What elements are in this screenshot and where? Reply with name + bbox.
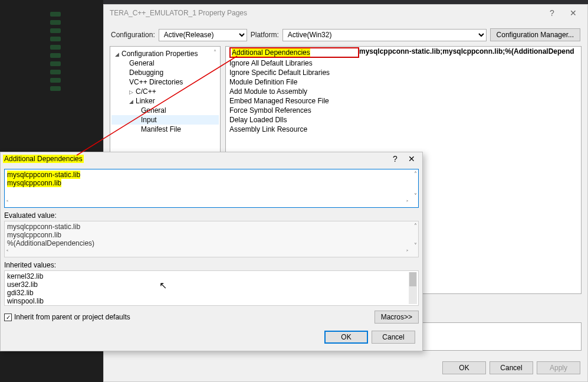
platform-select[interactable]: Active(Win32)	[282, 29, 487, 41]
evaluated-label: Evaluated value:	[4, 211, 419, 220]
editor-title: Additional Dependencies	[3, 155, 84, 163]
help-icon[interactable]: ?	[541, 8, 563, 18]
ok-button[interactable]: OK	[324, 331, 368, 344]
scroll-up-icon[interactable]: ˄	[414, 223, 417, 229]
config-toolbar: Configuration: Active(Release) Platform:…	[104, 21, 587, 46]
grid-row-additional-deps[interactable]: Additional Dependencies mysqlcppconn-sta…	[226, 47, 581, 58]
inherited-values-box: kernel32.lib user32.lib gdi32.lib winspo…	[4, 270, 419, 306]
tree-general[interactable]: General	[111, 58, 219, 68]
tree-linker-manifest[interactable]: Manifest File	[111, 125, 219, 134]
titlebar[interactable]: TERA_C++_EMULATOR_1 Property Pages ? ✕	[104, 5, 587, 21]
scroll-down-icon[interactable]: ˅	[414, 192, 417, 199]
scroll-right-icon[interactable]: ˃	[406, 200, 409, 206]
tree-linker[interactable]: Linker	[111, 96, 219, 106]
tree-debugging[interactable]: Debugging	[111, 68, 219, 77]
tree-root[interactable]: Configuration Properties	[111, 49, 219, 58]
ok-button[interactable]: OK	[442, 361, 486, 374]
tree-linker-input[interactable]: Input	[111, 115, 219, 125]
deps-textarea[interactable]: mysqlcppconn-static.lib mysqlcppconn.lib…	[4, 169, 419, 208]
platform-label: Platform:	[251, 31, 279, 39]
grid-row[interactable]: Ignore All Default Libraries	[226, 58, 581, 68]
grid-row[interactable]: Force Symbol References	[226, 106, 581, 115]
grid-row[interactable]: Module Definition File	[226, 77, 581, 87]
grid-row[interactable]: Embed Managed Resource File	[226, 96, 581, 106]
macros-button[interactable]: Macros>>	[375, 311, 419, 324]
scroll-left-icon[interactable]: ˂	[6, 200, 9, 206]
close-icon[interactable]: ✕	[563, 8, 584, 18]
grid-value: mysqlcppconn-static.lib;mysqlcppconn.lib…	[359, 47, 581, 58]
scrollbar[interactable]	[409, 272, 417, 304]
apply-button: Apply	[537, 361, 580, 374]
tree-scroll-up-icon[interactable]: ˄	[213, 49, 216, 55]
tree-cc[interactable]: C/C++	[111, 87, 219, 96]
grid-key: Additional Dependencies	[232, 48, 310, 57]
grid-row[interactable]: Add Module to Assembly	[226, 87, 581, 96]
grid-row[interactable]: Ignore Specific Default Libraries	[226, 68, 581, 77]
scroll-right-icon[interactable]: ˃	[406, 249, 409, 256]
cancel-button[interactable]: Cancel	[372, 331, 415, 344]
inherit-checkbox-label: Inherit from parent or project defaults	[14, 313, 130, 321]
dialog-title: TERA_C++_EMULATOR_1 Property Pages	[110, 9, 247, 17]
config-manager-button[interactable]: Configuration Manager...	[490, 28, 580, 41]
grid-row[interactable]: Assembly Link Resource	[226, 125, 581, 134]
scroll-left-icon[interactable]: ˂	[6, 249, 9, 256]
cancel-button[interactable]: Cancel	[490, 361, 533, 374]
configuration-label: Configuration:	[111, 31, 155, 39]
additional-deps-editor-dialog: Additional Dependencies ? ✕ mysqlcppconn…	[0, 152, 423, 351]
help-icon[interactable]: ?	[387, 154, 403, 164]
grid-row[interactable]: Delay Loaded Dlls	[226, 115, 581, 125]
editor-titlebar[interactable]: Additional Dependencies ? ✕	[1, 152, 422, 165]
inherited-label: Inherited values:	[4, 261, 419, 269]
tree-linker-general[interactable]: General	[111, 106, 219, 115]
configuration-select[interactable]: Active(Release)	[159, 29, 247, 41]
evaluated-value-box: mysqlcppconn-static.lib mysqlcppconn.lib…	[4, 221, 419, 257]
close-icon[interactable]: ✕	[403, 154, 420, 164]
scroll-down-icon[interactable]: ˅	[414, 242, 417, 249]
scroll-up-icon[interactable]: ˄	[414, 171, 417, 177]
tree-vcdirs[interactable]: VC++ Directories	[111, 77, 219, 87]
inherit-checkbox[interactable]: ✓ Inherit from parent or project default…	[4, 313, 130, 321]
